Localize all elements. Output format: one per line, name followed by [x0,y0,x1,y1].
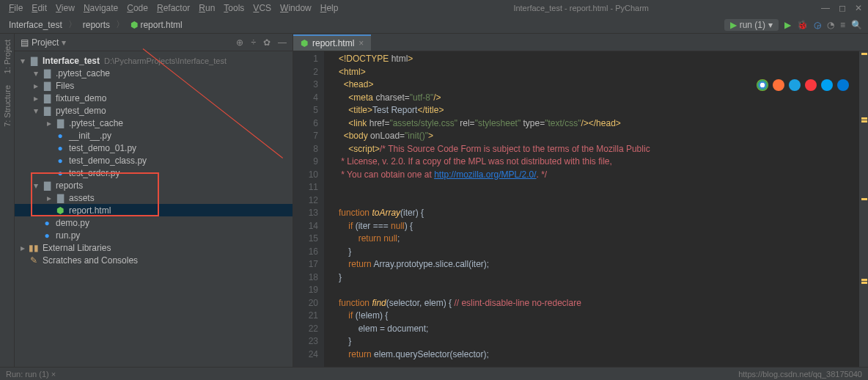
tree-item[interactable]: ▸▇fixture_demo [15,92,293,104]
tree-item[interactable]: ▸▇assets [15,191,293,204]
tree-item[interactable]: ▾▇reports [15,179,293,191]
divide-icon[interactable]: ÷ [251,37,256,48]
browser-preview-icons [757,79,849,91]
tree-item[interactable]: ●demo.py [15,216,293,229]
chrome-icon[interactable] [757,79,768,91]
menu-vcs[interactable]: VCS [250,1,274,15]
maximize-icon[interactable]: ◻ [839,3,846,13]
close-icon[interactable]: ✕ [855,3,862,13]
html-icon: ⬢ [301,38,308,48]
tree-item[interactable]: ▸▇Files [15,79,293,92]
window-buttons: — ◻ ✕ [821,3,862,13]
editor-tabs: ⬢ report.html × [293,34,868,51]
dropdown-icon: ▾ [768,20,773,30]
breadcrumb-item[interactable]: reports [80,18,113,32]
menu-file[interactable]: File [6,1,26,15]
breadcrumb-item[interactable]: ⬢ report.html [128,18,185,32]
run-config-label: run (1) [740,20,765,30]
editor: ⬢ report.html × 123456789101112131415161… [293,34,868,367]
sidetab-structure[interactable]: 7: Structure [3,85,12,127]
opera-icon[interactable] [805,79,817,91]
dropdown-icon[interactable]: ▾ [62,37,66,48]
navigation-bar: Interface_test〉reports〉⬢ report.html ▶ r… [0,16,868,34]
coverage-icon[interactable]: ◶ [814,20,821,30]
project-tree[interactable]: ▾▇Interface_testD:\PycharmProjects\Inter… [15,51,293,367]
menu-window[interactable]: Window [277,1,315,15]
menubar: FileEditViewNavigateCodeRefactorRunTools… [6,1,341,15]
tree-item[interactable]: ●run.py [15,229,293,241]
tree-item[interactable]: ●test_demo_class.py [15,154,293,167]
tree-item[interactable]: ●__init__.py [15,129,293,142]
menu-navigate[interactable]: Navigate [81,1,121,15]
left-tool-tabs: 1: Project 7: Structure [0,34,15,367]
titlebar: FileEditViewNavigateCodeRefactorRunTools… [0,0,868,16]
line-gutter: 123456789101112131415161718192021222324 [293,51,324,367]
profile-icon[interactable]: ◔ [827,20,834,30]
breadcrumb: Interface_test〉reports〉⬢ report.html [6,18,185,32]
project-panel-header: ▤ Project ▾ ⊕ ÷ ✿ — [15,34,293,51]
code-content[interactable]: <!DOCTYPE html><html> <head> <meta chars… [324,51,859,367]
sidetab-project[interactable]: 1: Project [3,40,12,73]
error-stripe [859,51,868,367]
menu-tools[interactable]: Tools [221,1,247,15]
tree-item[interactable]: ▸▇.pytest_cache [15,117,293,129]
debug-icon[interactable]: 🐞 [797,20,808,30]
code-area[interactable]: 123456789101112131415161718192021222324 … [293,51,868,367]
minimize-icon[interactable]: — [821,3,830,13]
tab-label: report.html [312,38,354,48]
tree-item[interactable]: ▸▮▮External Libraries [15,241,293,254]
run-icon[interactable]: ▶ [784,20,791,30]
tree-item[interactable]: ▾▇.pytest_cache [15,67,293,79]
run-config-selector[interactable]: ▶ run (1) ▾ [724,19,779,31]
target-icon[interactable]: ⊕ [236,37,243,48]
tab-report-html[interactable]: ⬢ report.html × [293,34,371,51]
tree-item[interactable]: ✎Scratches and Consoles [15,254,293,266]
menu-run[interactable]: Run [196,1,218,15]
statusbar-left: Run: run (1) × [6,370,56,379]
safari-icon[interactable] [789,79,801,91]
window-title: Interface_test - report.html - PyCharm [341,4,821,12]
edge-icon[interactable] [837,79,849,91]
tree-item[interactable]: ⬢report.html [15,204,293,216]
menu-help[interactable]: Help [317,1,342,15]
gear-icon[interactable]: ✿ [263,37,271,48]
tree-item[interactable]: ▾▇pytest_demo [15,104,293,117]
menu-view[interactable]: View [53,1,78,15]
menu-code[interactable]: Code [124,1,151,15]
breadcrumb-item[interactable]: Interface_test [6,18,65,32]
stop-icon[interactable]: ≡ [840,20,845,30]
menu-refactor[interactable]: Refactor [154,1,193,15]
project-icon: ▤ [21,37,29,48]
menu-edit[interactable]: Edit [29,1,50,15]
tree-root[interactable]: ▾▇Interface_testD:\PycharmProjects\Inter… [15,54,293,67]
close-tab-icon[interactable]: × [358,38,364,48]
project-panel-title: Project [32,37,59,48]
statusbar-right: https://blog.csdn.net/qq_38175040 [738,370,862,379]
firefox-icon[interactable] [773,79,784,91]
collapse-icon[interactable]: — [278,37,287,48]
statusbar: Run: run (1) × https://blog.csdn.net/qq_… [0,367,868,380]
ie-icon[interactable] [821,79,833,91]
search-icon[interactable]: 🔍 [851,20,862,30]
tree-item[interactable]: ●test_order.py [15,167,293,179]
tree-item[interactable]: ●test_demo_01.py [15,142,293,154]
project-panel: ▤ Project ▾ ⊕ ÷ ✿ — ▾▇Interface_testD:\P… [15,34,293,367]
